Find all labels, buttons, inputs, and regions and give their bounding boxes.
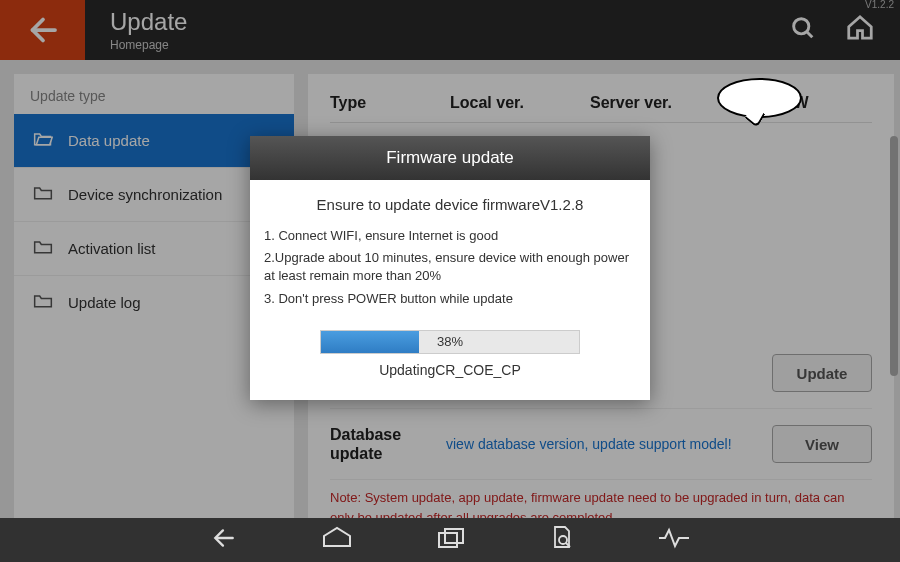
progress-label: 38% — [321, 331, 579, 353]
recent-apps-icon — [437, 527, 465, 549]
progress-bar: 38% — [320, 330, 580, 354]
updating-status: UpdatingCR_COE_CP — [264, 362, 636, 378]
sys-back-button[interactable] — [211, 525, 237, 555]
modal-step: 3. Don't press POWER button while update — [264, 290, 636, 308]
svg-rect-5 — [445, 529, 463, 543]
modal-step: 2.Upgrade about 10 minutes, ensure devic… — [264, 249, 636, 285]
sys-activity-button[interactable] — [659, 527, 689, 553]
sys-home-button[interactable] — [322, 526, 352, 554]
home-outline-icon — [322, 526, 352, 550]
modal-subtitle: Ensure to update device firmwareV1.2.8 — [264, 196, 636, 213]
svg-point-6 — [559, 536, 567, 544]
speech-bubble-icon — [717, 78, 802, 118]
sys-file-search-button[interactable] — [550, 525, 574, 555]
back-arrow-icon — [211, 525, 237, 551]
firmware-update-modal: Firmware update Ensure to update device … — [250, 136, 650, 400]
sys-recent-button[interactable] — [437, 527, 465, 553]
activity-icon — [659, 527, 689, 549]
modal-step: 1. Connect WIFI, ensure Internet is good — [264, 227, 636, 245]
svg-rect-4 — [439, 533, 457, 547]
file-search-icon — [550, 525, 574, 551]
system-bar — [0, 518, 900, 562]
modal-title: Firmware update — [250, 136, 650, 180]
